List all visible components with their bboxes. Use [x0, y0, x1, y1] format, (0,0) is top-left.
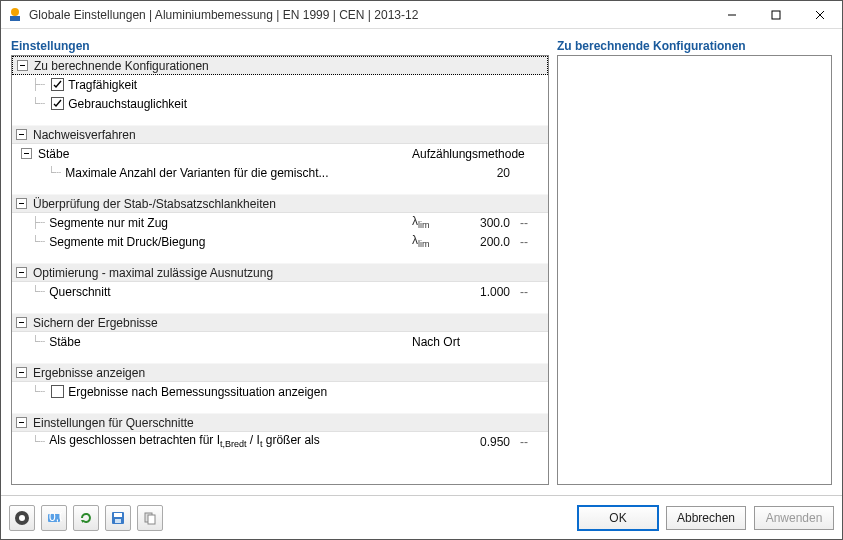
tool-copy-button[interactable] [137, 505, 163, 531]
svg-point-0 [11, 8, 19, 16]
minimize-button[interactable] [710, 1, 754, 29]
unit: -- [518, 285, 548, 299]
right-panel-label: Zu berechnende Konfigurationen [557, 39, 832, 53]
unit: -- [518, 235, 548, 249]
svg-rect-21 [115, 519, 121, 523]
symbol: λlim [412, 214, 464, 230]
minus-icon[interactable] [16, 317, 27, 328]
item-label: Als geschlossen betrachten für It,Bredt … [49, 433, 320, 449]
row-staebe[interactable]: Stäbe Aufzählungsmethode [12, 144, 548, 163]
minus-icon[interactable] [16, 129, 27, 140]
group-label: Ergebnisse anzeigen [33, 366, 145, 380]
tool-save-button[interactable] [105, 505, 131, 531]
item-label: Stäbe [49, 335, 80, 349]
minus-icon[interactable] [16, 417, 27, 428]
group-configurations[interactable]: Zu berechnende Konfigurationen [12, 56, 548, 75]
svg-point-15 [19, 515, 25, 521]
svg-text:0,00: 0,00 [49, 510, 62, 524]
group-label: Nachweisverfahren [33, 128, 136, 142]
value[interactable]: 200.0 [464, 235, 518, 249]
row-geschlossen[interactable]: └┄ Als geschlossen betrachten für It,Bre… [12, 432, 548, 451]
minus-icon[interactable] [17, 60, 28, 71]
right-content [557, 55, 832, 485]
cancel-button[interactable]: Abbrechen [666, 506, 746, 530]
row-querschnitt[interactable]: └┄ Querschnitt 1.000 -- [12, 282, 548, 301]
close-button[interactable] [798, 1, 842, 29]
left-panel-label: Einstellungen [11, 39, 549, 53]
item-label: Ergebnisse nach Bemessungssituation anze… [68, 385, 327, 399]
group-querschnitte[interactable]: Einstellungen für Querschnitte [12, 413, 548, 432]
value-label[interactable]: Nach Ort [412, 335, 548, 349]
apply-button[interactable]: Anwenden [754, 506, 834, 530]
row-seg-druck[interactable]: └┄ Segmente mit Druck/Biegung λlim 200.0… [12, 232, 548, 251]
group-label: Zu berechnende Konfigurationen [34, 59, 209, 73]
group-label: Einstellungen für Querschnitte [33, 416, 194, 430]
row-max-varianten[interactable]: └┄ Maximale Anzahl der Varianten für die… [12, 163, 548, 182]
group-label: Optimierung - maximal zulässige Ausnutzu… [33, 266, 273, 280]
symbol: λlim [412, 233, 464, 249]
minus-icon[interactable] [21, 148, 32, 159]
item-label: Maximale Anzahl der Varianten für die ge… [65, 166, 328, 180]
checkbox-tragfaehigkeit[interactable] [51, 78, 64, 91]
maximize-button[interactable] [754, 1, 798, 29]
value[interactable]: 20 [464, 166, 518, 180]
svg-rect-3 [772, 11, 780, 19]
minus-icon[interactable] [16, 267, 27, 278]
svg-rect-1 [10, 16, 20, 21]
checkbox-gebrauchstauglichkeit[interactable] [51, 97, 64, 110]
svg-rect-20 [114, 513, 122, 517]
row-gebrauchstauglichkeit[interactable]: └┄ Gebrauchstauglichkeit [12, 94, 548, 113]
minus-icon[interactable] [16, 198, 27, 209]
row-sichern-staebe[interactable]: └┄ Stäbe Nach Ort [12, 332, 548, 351]
group-sichern[interactable]: Sichern der Ergebnisse [12, 313, 548, 332]
app-icon [7, 7, 23, 23]
group-optimierung[interactable]: Optimierung - maximal zulässige Ausnutzu… [12, 263, 548, 282]
group-label: Überprüfung der Stab-/Stabsatzschlankhei… [33, 197, 276, 211]
group-schlankheiten[interactable]: Überprüfung der Stab-/Stabsatzschlankhei… [12, 194, 548, 213]
ok-button[interactable]: OK [578, 506, 658, 530]
right-panel: Zu berechnende Konfigurationen [557, 39, 832, 485]
footer: 0,00 OK Abbrechen Anwenden [1, 495, 842, 539]
item-label: Tragfähigkeit [68, 78, 137, 92]
unit: -- [518, 216, 548, 230]
value[interactable]: 300.0 [464, 216, 518, 230]
value[interactable]: 1.000 [464, 285, 518, 299]
row-ergebnisse-situation[interactable]: └┄ Ergebnisse nach Bemessungssituation a… [12, 382, 548, 401]
main-area: Einstellungen Zu berechnende Konfigurati… [1, 29, 842, 495]
row-seg-zug[interactable]: ├┄ Segmente nur mit Zug λlim 300.0 -- [12, 213, 548, 232]
item-label: Stäbe [38, 147, 69, 161]
item-label: Segmente nur mit Zug [49, 216, 168, 230]
row-tragfaehigkeit[interactable]: ├┄ Tragfähigkeit [12, 75, 548, 94]
titlebar: Globale Einstellungen | Aluminiumbemessu… [1, 1, 842, 29]
group-nachweisverfahren[interactable]: Nachweisverfahren [12, 125, 548, 144]
item-label: Segmente mit Druck/Biegung [49, 235, 205, 249]
left-panel: Einstellungen Zu berechnende Konfigurati… [11, 39, 549, 485]
minus-icon[interactable] [16, 367, 27, 378]
settings-tree[interactable]: Zu berechnende Konfigurationen ├┄ Tragfä… [11, 55, 549, 485]
value-label: Aufzählungsmethode [412, 147, 548, 161]
tool-help-button[interactable] [9, 505, 35, 531]
unit: -- [518, 435, 548, 449]
tool-units-button[interactable]: 0,00 [41, 505, 67, 531]
group-label: Sichern der Ergebnisse [33, 316, 158, 330]
window-title: Globale Einstellungen | Aluminiumbemessu… [29, 8, 710, 22]
item-label: Gebrauchstauglichkeit [68, 97, 187, 111]
group-ergebnisse-anzeigen[interactable]: Ergebnisse anzeigen [12, 363, 548, 382]
item-label: Querschnitt [49, 285, 110, 299]
value[interactable]: 0.950 [464, 435, 518, 449]
svg-rect-23 [148, 515, 155, 524]
checkbox-ergebnisse-situation[interactable] [51, 385, 64, 398]
tool-reload-button[interactable] [73, 505, 99, 531]
